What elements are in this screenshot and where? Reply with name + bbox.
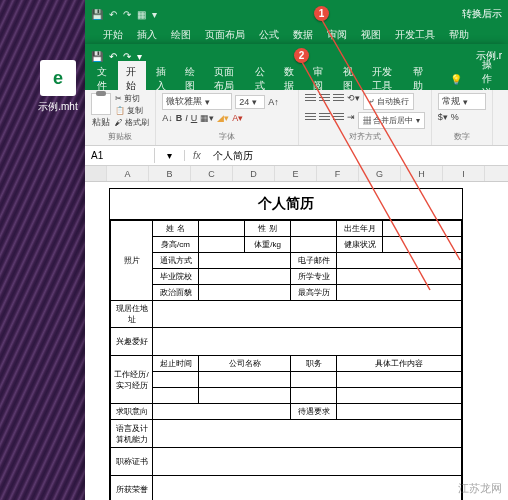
percent-icon[interactable]: %: [451, 112, 459, 122]
font-label: 字体: [162, 131, 292, 142]
number-label: 数字: [438, 131, 486, 142]
table-row: 现居住地址: [111, 301, 462, 328]
w1-tab-draw[interactable]: 绘图: [171, 28, 191, 44]
ribbon-alignment: ⟲▾ ⤶ 自动换行 ⇥ ▦ 合并后居中 ▾ 对齐方式: [299, 90, 431, 145]
w1-tab-view[interactable]: 视图: [361, 28, 381, 44]
w1-tab-layout[interactable]: 页面布局: [205, 28, 245, 44]
table-row: 语言及计算机能力: [111, 420, 462, 448]
table-row: [111, 372, 462, 388]
save-icon[interactable]: 💾: [91, 51, 103, 62]
format-painter-button[interactable]: 🖌 格式刷: [115, 117, 149, 128]
fx-icon[interactable]: fx: [185, 150, 209, 161]
clipboard-label: 剪贴板: [91, 131, 149, 142]
increase-font-icon[interactable]: A↑: [268, 97, 279, 107]
merge-center-button[interactable]: ▦ 合并后居中 ▾: [358, 112, 424, 129]
paste-button[interactable]: 粘贴: [91, 93, 111, 129]
ribbon-font: 微软雅黑▾ 24▾ A↑ A↓ B I U ▦▾ ◢▾ A▾ 字体: [156, 90, 299, 145]
align-left-icon[interactable]: [305, 112, 316, 121]
resume-document: 个人简历 照片 姓 名 性 别 出生年月 身高/cm体重/kg健康状况 通讯方式…: [109, 188, 463, 500]
cut-button[interactable]: ✂ 剪切: [115, 93, 149, 104]
col-B[interactable]: B: [149, 166, 191, 181]
col-I[interactable]: I: [443, 166, 485, 181]
worksheet[interactable]: A B C D E F G H I 个人简历 照片 姓 名 性 别 出生年月 身…: [85, 166, 508, 500]
table-row: 求职意向待遇要求: [111, 404, 462, 420]
formula-input[interactable]: 个人简历: [209, 149, 257, 163]
decrease-font-icon[interactable]: A↓: [162, 113, 173, 123]
table-row: 所获荣誉: [111, 476, 462, 501]
ie-icon: e: [40, 60, 76, 96]
fill-color-button[interactable]: ◢▾: [217, 113, 229, 123]
window1-ribbon-tabs: 开始 插入 绘图 页面布局 公式 数据 审阅 视图 开发工具 帮助: [85, 28, 508, 44]
font-size-select[interactable]: 24▾: [235, 95, 265, 109]
qat-more-icon[interactable]: ▾: [137, 51, 142, 62]
ribbon-number: 常规▾ $▾ % 数字: [432, 90, 493, 145]
col-D[interactable]: D: [233, 166, 275, 181]
name-box[interactable]: A1: [85, 148, 155, 163]
align-middle-icon[interactable]: [319, 93, 330, 102]
table-row: 职称证书: [111, 448, 462, 476]
alignment-label: 对齐方式: [305, 131, 424, 142]
col-G[interactable]: G: [359, 166, 401, 181]
align-bottom-icon[interactable]: [333, 93, 344, 102]
w1-tab-insert[interactable]: 插入: [137, 28, 157, 44]
table-row: 工作经历/ 实习经历起止时间公司名称职务具体工作内容: [111, 356, 462, 372]
wrap-text-button[interactable]: ⤶ 自动换行: [363, 93, 414, 110]
table-row: 身高/cm体重/kg健康状况: [111, 237, 462, 253]
desktop-file-label: 示例.mht: [33, 100, 83, 114]
currency-icon[interactable]: $▾: [438, 112, 448, 122]
col-A[interactable]: A: [107, 166, 149, 181]
ribbon-clipboard: 粘贴 ✂ 剪切 📋 复制 🖌 格式刷 剪贴板: [85, 90, 156, 145]
col-F[interactable]: F: [317, 166, 359, 181]
window1-titlebar: 💾 ↶ ↷ ▦ ▾ 转换后示: [85, 0, 508, 28]
undo-icon[interactable]: ↶: [109, 9, 117, 20]
desktop-file-icon[interactable]: e 示例.mht: [33, 60, 83, 114]
redo-icon[interactable]: ↷: [123, 9, 131, 20]
window2: 💾 ↶ ↷ ▾ 示例.r 文件 开始 插入 绘图 页面布局 公式 数据 审阅 视…: [85, 44, 508, 500]
indent-icon[interactable]: ⇥: [347, 112, 355, 129]
table-row: 照片 姓 名 性 别 出生年月: [111, 221, 462, 237]
align-right-icon[interactable]: [333, 112, 344, 121]
paste-icon: [91, 93, 111, 115]
font-color-button[interactable]: A▾: [232, 113, 243, 123]
w1-tab-formulas[interactable]: 公式: [259, 28, 279, 44]
w1-tab-home[interactable]: 开始: [103, 28, 123, 44]
select-all-corner[interactable]: [85, 166, 107, 181]
number-format-select[interactable]: 常规▾: [438, 93, 486, 110]
font-name-select[interactable]: 微软雅黑▾: [162, 93, 232, 110]
table-row: 通讯方式电子邮件: [111, 253, 462, 269]
w1-tab-data[interactable]: 数据: [293, 28, 313, 44]
col-H[interactable]: H: [401, 166, 443, 181]
align-top-icon[interactable]: [305, 93, 316, 102]
col-C[interactable]: C: [191, 166, 233, 181]
callout-1: 1: [314, 6, 329, 21]
save-icon[interactable]: 💾: [91, 9, 103, 20]
resume-title: 个人简历: [110, 189, 462, 220]
w1-tab-help[interactable]: 帮助: [449, 28, 469, 44]
window2-ribbon-tabs: 文件 开始 插入 绘图 页面布局 公式 数据 审阅 视图 开发工具 帮助 💡操作…: [85, 68, 508, 90]
bold-button[interactable]: B: [176, 113, 183, 123]
qat-icon[interactable]: ▦: [137, 9, 146, 20]
underline-button[interactable]: U: [191, 113, 198, 123]
align-center-icon[interactable]: [319, 112, 330, 121]
column-headers: A B C D E F G H I: [85, 166, 508, 182]
table-row: 毕业院校所学专业: [111, 269, 462, 285]
watermark: 江苏龙网: [458, 481, 502, 496]
col-E[interactable]: E: [275, 166, 317, 181]
ribbon: 粘贴 ✂ 剪切 📋 复制 🖌 格式刷 剪贴板 微软雅黑▾ 24▾ A↑ A↓ B…: [85, 90, 508, 146]
copy-button[interactable]: 📋 复制: [115, 105, 149, 116]
window1-title: 转换后示: [462, 7, 502, 21]
border-button[interactable]: ▦▾: [200, 113, 214, 123]
w1-tab-review[interactable]: 审阅: [327, 28, 347, 44]
undo-icon[interactable]: ↶: [109, 51, 117, 62]
table-row: [111, 388, 462, 404]
table-row: 兴趣爱好: [111, 328, 462, 356]
qat-more-icon[interactable]: ▾: [152, 9, 157, 20]
redo-icon[interactable]: ↷: [123, 51, 131, 62]
italic-button[interactable]: I: [185, 113, 188, 123]
w1-tab-dev[interactable]: 开发工具: [395, 28, 435, 44]
formula-bar: A1 ▾ fx 个人简历: [85, 146, 508, 166]
callout-2: 2: [294, 48, 309, 63]
orientation-icon[interactable]: ⟲▾: [347, 93, 360, 110]
table-row: 政治面貌最高学历: [111, 285, 462, 301]
